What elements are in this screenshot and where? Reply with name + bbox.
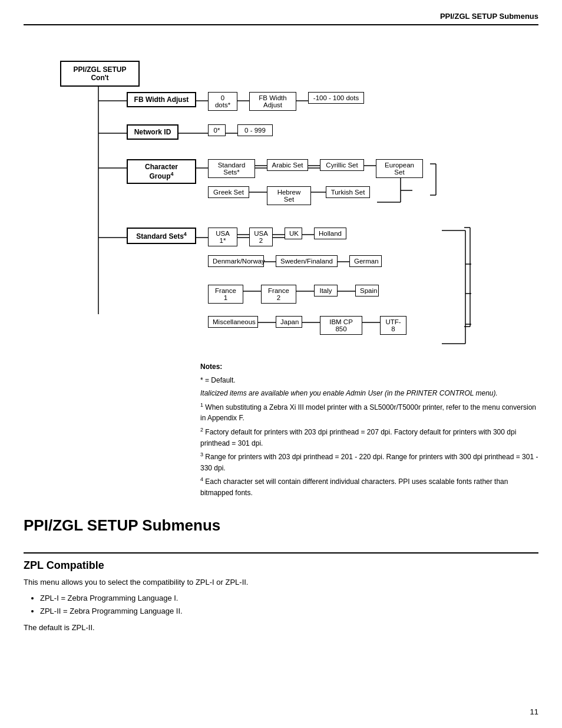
- char-opt-6: Hebrew Set: [267, 186, 311, 205]
- std-opt-13: Japan: [276, 316, 302, 328]
- fb-opt-2: FB Width Adjust: [249, 92, 296, 111]
- char-opt-5: Greek Set: [208, 186, 249, 198]
- bullet-item-2: ZPL-II = Zebra Programming Language II.: [40, 605, 538, 618]
- notes-section: Notes: * = Default. Italicized items are…: [200, 361, 538, 499]
- std-opt-7: German: [349, 255, 382, 267]
- header-bar: PPI/ZGL SETUP Submenus: [24, 12, 538, 25]
- std-opt-11: Spain: [355, 285, 379, 297]
- std-opt-14: IBM CP 850: [320, 316, 362, 335]
- bullet-list: ZPL-I = Zebra Programming Language I. ZP…: [40, 592, 538, 618]
- fb-width-label: FB Width Adjust: [127, 92, 196, 107]
- network-id-label: Network ID: [127, 124, 178, 140]
- std-opt-5: Denmark/Norway: [208, 255, 264, 267]
- std-opt-12: Miscellaneous: [208, 316, 258, 328]
- std-opt-9: France 2: [261, 285, 296, 304]
- char-group-label: Character Group4: [127, 159, 196, 184]
- notes-fn1: 1 When substituting a Zebra Xi III model…: [200, 401, 538, 424]
- main-heading: PPI/ZGL SETUP Submenus: [24, 516, 538, 535]
- std-opt-6: Sweden/Finaland: [276, 255, 338, 267]
- char-opt-3: Cyrillic Set: [320, 159, 364, 171]
- page: PPI/ZGL SETUP Submenus: [0, 0, 562, 728]
- std-opt-15: UTF-8: [380, 316, 406, 335]
- default-text: The default is ZPL-II.: [24, 622, 538, 634]
- char-opt-7: Turkish Set: [326, 186, 370, 198]
- network-opt-1: 0*: [208, 124, 226, 136]
- std-opt-8: France 1: [208, 285, 243, 304]
- notes-fn4: 4 Each character set will contain differ…: [200, 476, 538, 498]
- std-opt-3: UK: [285, 228, 302, 239]
- root-label-line1: PPI/ZGL SETUP: [74, 65, 127, 74]
- root-label-line2: Con't: [91, 74, 108, 82]
- notes-default: * = Default.: [200, 375, 538, 386]
- std-opt-10: Italy: [314, 285, 338, 297]
- std-sets-label: Standard Sets4: [127, 228, 196, 244]
- notes-fn2: 2 Factory default for printers with 203 …: [200, 426, 538, 449]
- section-divider: [24, 552, 538, 554]
- std-opt-1: USA 1*: [208, 228, 237, 246]
- root-box: PPI/ZGL SETUP Con't: [60, 61, 140, 87]
- fb-opt-3: -100 - 100 dots: [308, 92, 364, 104]
- diagram-area: PPI/ZGL SETUP Con't FB Width Adjust 0 do…: [24, 37, 538, 367]
- bullet-item-1: ZPL-I = Zebra Programming Language I.: [40, 592, 538, 605]
- page-number: 11: [530, 707, 538, 716]
- std-opt-2: USA 2: [249, 228, 273, 246]
- sub-heading: ZPL Compatible: [24, 559, 538, 572]
- network-opt-2: 0 - 999: [237, 124, 273, 136]
- char-opt-1: Standard Sets*: [208, 159, 255, 178]
- fb-opt-1: 0 dots*: [208, 92, 237, 111]
- body-text: This menu allows you to select the compa…: [24, 577, 538, 589]
- header-title: PPI/ZGL SETUP Submenus: [440, 12, 538, 21]
- notes-fn3: 3 Range for printers with 203 dpi printh…: [200, 451, 538, 473]
- notes-italic: Italicized items are available when you …: [200, 388, 538, 399]
- char-opt-4: European Set: [376, 159, 423, 178]
- std-opt-4: Holland: [314, 228, 346, 239]
- char-opt-2: Arabic Set: [267, 159, 308, 171]
